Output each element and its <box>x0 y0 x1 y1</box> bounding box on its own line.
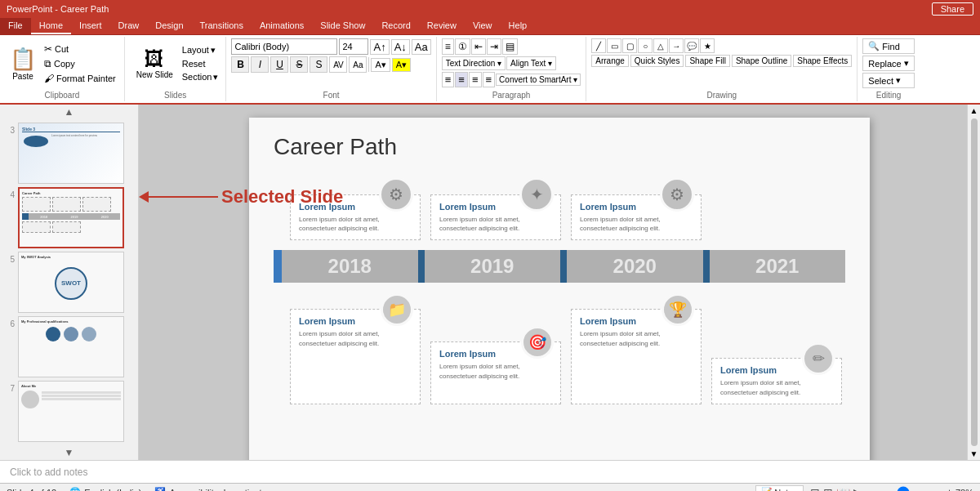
paragraph-group: ≡ ① ⇤ ⇥ ▤ Text Direction ▾ Align Text ▾ … <box>437 37 587 101</box>
drawing-group-label: Drawing <box>586 91 857 100</box>
align-right-button[interactable]: ≡ <box>469 72 482 87</box>
numbering-button[interactable]: ① <box>455 38 470 55</box>
shadow-button[interactable]: S <box>310 56 327 73</box>
shape-fill-button[interactable]: Shape Fill <box>685 55 729 67</box>
zoom-in-icon[interactable]: + <box>947 487 952 492</box>
section-button[interactable]: Section▾ <box>180 71 221 83</box>
copy-button[interactable]: ⧉ Copy <box>41 57 119 70</box>
columns-button[interactable]: ▤ <box>502 38 518 55</box>
decrease-font-button[interactable]: A↓ <box>391 39 410 55</box>
font-color-button[interactable]: A▾ <box>371 58 390 72</box>
reset-button[interactable]: Reset <box>180 58 221 69</box>
slide-thumb-7[interactable]: 7 About Me <box>3 381 135 442</box>
shape-outline-button[interactable]: Shape Outline <box>732 55 791 67</box>
tab-design[interactable]: Design <box>147 18 191 34</box>
font-size-input[interactable] <box>339 38 368 55</box>
text-direction-button[interactable]: Text Direction ▾ <box>442 56 506 70</box>
arrange-button[interactable]: Arrange <box>591 55 629 67</box>
tab-file[interactable]: File <box>0 18 31 34</box>
rect-shape[interactable]: ▭ <box>607 38 621 53</box>
zoom-controls: − + 78% <box>869 487 973 492</box>
share-button[interactable]: Share <box>932 2 973 16</box>
format-painter-button[interactable]: 🖌 Format Painter <box>41 72 119 85</box>
tab-view[interactable]: View <box>465 18 501 34</box>
align-left-button[interactable]: ≡ <box>442 72 455 87</box>
scroll-up-icon[interactable]: ▲ <box>969 105 980 117</box>
bold-button[interactable]: B <box>231 56 249 73</box>
slide-canvas[interactable]: Career Path ⚙ Lorem Ipsum Lorem ipsum do… <box>249 118 870 460</box>
scroll-down-arrow[interactable]: ▼ <box>0 445 138 460</box>
tab-draw[interactable]: Draw <box>110 18 148 34</box>
tab-animations[interactable]: Animations <box>252 18 312 34</box>
rounded-rect-shape[interactable]: ▢ <box>622 38 637 53</box>
change-case-button[interactable]: Aa <box>349 56 367 73</box>
bottom-card-text-1: Lorem ipsum dolor sit amet, consectetuer… <box>299 329 412 347</box>
tab-record[interactable]: Record <box>373 18 418 34</box>
reading-view-icon[interactable]: 📖 <box>836 486 850 492</box>
slide-thumb-5[interactable]: 5 My SWOT Analysis SWOT <box>3 252 135 313</box>
slide-thumb-3[interactable]: 3 Slide 3 Lorem ipsum text content here … <box>3 123 135 184</box>
year-2019: 2019 <box>425 250 561 283</box>
callout-shape[interactable]: 💬 <box>684 38 699 53</box>
tab-transitions[interactable]: Transitions <box>192 18 252 34</box>
cut-button[interactable]: ✂ Cut <box>41 42 119 56</box>
text-highlight-button[interactable]: A▾ <box>392 58 411 72</box>
slide-thumb-4[interactable]: 4 Career Path 2018 201 <box>3 187 135 248</box>
card-icon-3: ⚙ <box>660 177 694 212</box>
notes-toggle-button[interactable]: 📝 Notes <box>755 485 804 491</box>
new-slide-button[interactable]: 🖼 New Slide <box>130 38 180 88</box>
canvas-scrollbar[interactable]: ▲ ▼ <box>967 105 980 460</box>
right-arrow-shape[interactable]: → <box>669 38 684 53</box>
slide-number-5: 5 <box>3 255 15 264</box>
slide-thumb-6[interactable]: 6 My Professional qualifications <box>3 316 135 377</box>
tab-home[interactable]: Home <box>31 18 71 34</box>
triangle-shape[interactable]: △ <box>653 38 668 53</box>
replace-button[interactable]: Replace▾ <box>862 56 914 71</box>
strikethrough-button[interactable]: S <box>290 56 308 73</box>
clear-format-button[interactable]: Aa <box>412 39 431 55</box>
increase-indent-button[interactable]: ⇥ <box>487 38 501 55</box>
scroll-up-arrow[interactable]: ▲ <box>0 105 138 119</box>
scroll-down-icon[interactable]: ▼ <box>969 448 980 460</box>
editing-group: 🔍 Find Replace▾ Select▾ Editing <box>858 37 919 101</box>
cut-icon: ✂ <box>44 43 52 55</box>
decrease-indent-button[interactable]: ⇤ <box>471 38 486 55</box>
zoom-out-icon[interactable]: − <box>869 487 875 492</box>
accessibility-icon: ♿ <box>154 487 166 491</box>
paste-button[interactable]: 📋 Paste <box>5 38 41 88</box>
language-text: English (India) <box>84 488 141 492</box>
tab-review[interactable]: Review <box>419 18 465 34</box>
canvas-area: Career Path ⚙ Lorem Ipsum Lorem ipsum do… <box>139 105 980 460</box>
slide-image-6: My Professional qualifications <box>18 316 124 377</box>
tab-slideshow[interactable]: Slide Show <box>312 18 373 34</box>
reset-label: Reset <box>182 59 206 69</box>
convert-smartart-button[interactable]: Convert to SmartArt ▾ <box>496 74 581 86</box>
cut-label: Cut <box>55 44 69 54</box>
find-button[interactable]: 🔍 Find <box>862 38 914 54</box>
tab-help[interactable]: Help <box>501 18 536 34</box>
presentation-icon[interactable]: ▶ <box>853 486 862 492</box>
quick-styles-button[interactable]: Quick Styles <box>630 55 684 67</box>
align-text-button[interactable]: Align Text ▾ <box>506 56 556 70</box>
layout-button[interactable]: Layout▾ <box>180 44 221 56</box>
italic-button[interactable]: I <box>251 56 269 73</box>
align-center-button[interactable]: ≡ <box>455 72 468 87</box>
underline-button[interactable]: U <box>270 56 288 73</box>
tab-insert[interactable]: Insert <box>71 18 110 34</box>
notes-bar[interactable]: Click to add notes <box>0 460 980 483</box>
bullets-button[interactable]: ≡ <box>442 38 454 55</box>
font-name-input[interactable] <box>231 38 337 55</box>
normal-view-icon[interactable]: ⊡ <box>810 486 820 492</box>
char-spacing-button[interactable]: AV <box>329 56 347 73</box>
paragraph-group-label: Paragraph <box>437 91 586 100</box>
increase-font-button[interactable]: A↑ <box>370 39 389 55</box>
ellipse-shape[interactable]: ○ <box>638 38 653 53</box>
slide-number-3: 3 <box>3 126 15 135</box>
layout-label: Layout <box>182 45 209 55</box>
select-button[interactable]: Select▾ <box>862 73 914 88</box>
line-shape[interactable]: ╱ <box>591 38 606 53</box>
shape-effects-button[interactable]: Shape Effects <box>793 55 852 67</box>
star-shape[interactable]: ★ <box>700 38 715 53</box>
justify-button[interactable]: ≡ <box>483 72 496 87</box>
slide-sorter-icon[interactable]: ⊞ <box>823 486 833 492</box>
